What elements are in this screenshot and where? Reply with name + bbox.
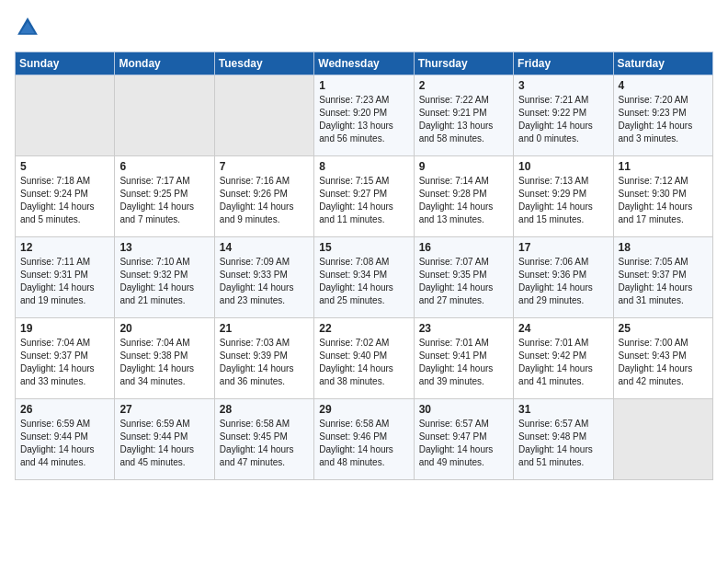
calendar-cell: 19Sunrise: 7:04 AMSunset: 9:37 PMDayligh… [16, 318, 115, 399]
calendar-cell: 27Sunrise: 6:59 AMSunset: 9:44 PMDayligh… [115, 399, 214, 480]
day-number: 5 [20, 160, 109, 173]
calendar-cell: 5Sunrise: 7:18 AMSunset: 9:24 PMDaylight… [16, 156, 115, 237]
day-number: 2 [419, 79, 508, 92]
day-number: 11 [619, 160, 708, 173]
day-number: 8 [319, 160, 408, 173]
calendar-cell: 16Sunrise: 7:07 AMSunset: 9:35 PMDayligh… [414, 237, 513, 318]
day-number: 3 [518, 79, 608, 92]
calendar-cell [613, 399, 712, 480]
calendar-cell: 9Sunrise: 7:14 AMSunset: 9:28 PMDaylight… [414, 156, 513, 237]
day-info: Sunrise: 7:09 AMSunset: 9:33 PMDaylight:… [220, 256, 309, 307]
day-info: Sunrise: 7:03 AMSunset: 9:39 PMDaylight:… [220, 337, 309, 388]
calendar-cell: 14Sunrise: 7:09 AMSunset: 9:33 PMDayligh… [214, 237, 313, 318]
day-info: Sunrise: 7:23 AMSunset: 9:20 PMDaylight:… [319, 94, 408, 145]
calendar-cell: 11Sunrise: 7:12 AMSunset: 9:30 PMDayligh… [613, 156, 712, 237]
calendar-cell: 24Sunrise: 7:01 AMSunset: 9:42 PMDayligh… [514, 318, 613, 399]
day-number: 28 [220, 403, 309, 416]
calendar-cell: 12Sunrise: 7:11 AMSunset: 9:31 PMDayligh… [16, 237, 115, 318]
calendar-cell [16, 75, 115, 156]
header-wednesday: Wednesday [314, 52, 414, 75]
day-number: 6 [119, 160, 209, 173]
calendar-cell [115, 75, 214, 156]
day-info: Sunrise: 7:05 AMSunset: 9:37 PMDaylight:… [619, 256, 708, 307]
day-info: Sunrise: 7:13 AMSunset: 9:29 PMDaylight:… [518, 175, 608, 226]
day-number: 30 [419, 403, 508, 416]
calendar-cell: 4Sunrise: 7:20 AMSunset: 9:23 PMDaylight… [613, 75, 712, 156]
day-number: 26 [20, 403, 109, 416]
header-friday: Friday [514, 52, 613, 75]
day-number: 9 [419, 160, 508, 173]
calendar-cell: 2Sunrise: 7:22 AMSunset: 9:21 PMDaylight… [414, 75, 513, 156]
day-info: Sunrise: 7:01 AMSunset: 9:42 PMDaylight:… [518, 337, 608, 388]
calendar-cell [214, 75, 313, 156]
day-info: Sunrise: 7:18 AMSunset: 9:24 PMDaylight:… [20, 175, 109, 226]
calendar-week-row: 5Sunrise: 7:18 AMSunset: 9:24 PMDaylight… [16, 156, 713, 237]
day-number: 25 [619, 322, 708, 335]
header-monday: Monday [115, 52, 214, 75]
day-number: 1 [319, 79, 408, 92]
day-info: Sunrise: 7:02 AMSunset: 9:40 PMDaylight:… [319, 337, 408, 388]
calendar-cell: 26Sunrise: 6:59 AMSunset: 9:44 PMDayligh… [16, 399, 115, 480]
calendar-cell: 22Sunrise: 7:02 AMSunset: 9:40 PMDayligh… [314, 318, 414, 399]
day-number: 13 [119, 241, 209, 254]
day-info: Sunrise: 7:01 AMSunset: 9:41 PMDaylight:… [419, 337, 508, 388]
calendar-cell: 18Sunrise: 7:05 AMSunset: 9:37 PMDayligh… [613, 237, 712, 318]
day-info: Sunrise: 7:15 AMSunset: 9:27 PMDaylight:… [319, 175, 408, 226]
day-number: 18 [619, 241, 708, 254]
day-number: 29 [319, 403, 408, 416]
calendar-cell: 17Sunrise: 7:06 AMSunset: 9:36 PMDayligh… [514, 237, 613, 318]
calendar-cell: 28Sunrise: 6:58 AMSunset: 9:45 PMDayligh… [214, 399, 313, 480]
day-info: Sunrise: 6:59 AMSunset: 9:44 PMDaylight:… [119, 418, 209, 469]
calendar-cell: 15Sunrise: 7:08 AMSunset: 9:34 PMDayligh… [314, 237, 414, 318]
logo [15, 15, 44, 40]
day-info: Sunrise: 7:06 AMSunset: 9:36 PMDaylight:… [518, 256, 608, 307]
calendar-week-row: 26Sunrise: 6:59 AMSunset: 9:44 PMDayligh… [16, 399, 713, 480]
header-tuesday: Tuesday [214, 52, 313, 75]
day-number: 20 [119, 322, 209, 335]
day-number: 27 [119, 403, 209, 416]
day-info: Sunrise: 7:10 AMSunset: 9:32 PMDaylight:… [119, 256, 209, 307]
day-info: Sunrise: 6:57 AMSunset: 9:48 PMDaylight:… [518, 418, 608, 469]
calendar-week-row: 1Sunrise: 7:23 AMSunset: 9:20 PMDaylight… [16, 75, 713, 156]
calendar-week-row: 19Sunrise: 7:04 AMSunset: 9:37 PMDayligh… [16, 318, 713, 399]
calendar-table: SundayMondayTuesdayWednesdayThursdayFrid… [15, 52, 713, 480]
calendar-cell: 13Sunrise: 7:10 AMSunset: 9:32 PMDayligh… [115, 237, 214, 318]
day-info: Sunrise: 7:12 AMSunset: 9:30 PMDaylight:… [619, 175, 708, 226]
day-number: 12 [20, 241, 109, 254]
day-number: 22 [319, 322, 408, 335]
day-number: 23 [419, 322, 508, 335]
logo-icon [15, 15, 40, 40]
calendar-cell: 20Sunrise: 7:04 AMSunset: 9:38 PMDayligh… [115, 318, 214, 399]
calendar-cell: 7Sunrise: 7:16 AMSunset: 9:26 PMDaylight… [214, 156, 313, 237]
day-info: Sunrise: 7:11 AMSunset: 9:31 PMDaylight:… [20, 256, 109, 307]
day-number: 15 [319, 241, 408, 254]
day-info: Sunrise: 7:08 AMSunset: 9:34 PMDaylight:… [319, 256, 408, 307]
calendar-cell: 23Sunrise: 7:01 AMSunset: 9:41 PMDayligh… [414, 318, 513, 399]
calendar-cell: 6Sunrise: 7:17 AMSunset: 9:25 PMDaylight… [115, 156, 214, 237]
day-info: Sunrise: 6:58 AMSunset: 9:45 PMDaylight:… [220, 418, 309, 469]
calendar-cell: 29Sunrise: 6:58 AMSunset: 9:46 PMDayligh… [314, 399, 414, 480]
day-number: 21 [220, 322, 309, 335]
day-number: 14 [220, 241, 309, 254]
day-number: 4 [619, 79, 708, 92]
calendar-cell: 31Sunrise: 6:57 AMSunset: 9:48 PMDayligh… [514, 399, 613, 480]
day-number: 31 [518, 403, 608, 416]
day-number: 7 [220, 160, 309, 173]
calendar-cell: 8Sunrise: 7:15 AMSunset: 9:27 PMDaylight… [314, 156, 414, 237]
calendar-cell: 25Sunrise: 7:00 AMSunset: 9:43 PMDayligh… [613, 318, 712, 399]
day-info: Sunrise: 7:00 AMSunset: 9:43 PMDaylight:… [619, 337, 708, 388]
day-info: Sunrise: 7:17 AMSunset: 9:25 PMDaylight:… [119, 175, 209, 226]
page-header [15, 15, 713, 40]
calendar-cell: 1Sunrise: 7:23 AMSunset: 9:20 PMDaylight… [314, 75, 414, 156]
header-sunday: Sunday [16, 52, 115, 75]
day-info: Sunrise: 7:22 AMSunset: 9:21 PMDaylight:… [419, 94, 508, 145]
calendar-cell: 3Sunrise: 7:21 AMSunset: 9:22 PMDaylight… [514, 75, 613, 156]
day-info: Sunrise: 6:57 AMSunset: 9:47 PMDaylight:… [419, 418, 508, 469]
header-saturday: Saturday [613, 52, 712, 75]
day-number: 17 [518, 241, 608, 254]
day-info: Sunrise: 7:04 AMSunset: 9:37 PMDaylight:… [20, 337, 109, 388]
day-info: Sunrise: 7:20 AMSunset: 9:23 PMDaylight:… [619, 94, 708, 145]
day-number: 16 [419, 241, 508, 254]
day-number: 10 [518, 160, 608, 173]
day-info: Sunrise: 7:07 AMSunset: 9:35 PMDaylight:… [419, 256, 508, 307]
